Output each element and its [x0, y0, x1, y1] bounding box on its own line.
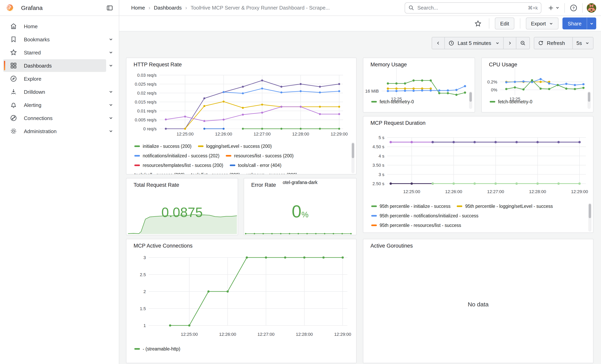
- legend-item[interactable]: tools/call - success (200): [134, 172, 185, 175]
- chevron-down-icon[interactable]: [106, 100, 116, 110]
- svg-text:0.2%: 0.2%: [487, 79, 497, 84]
- breadcrumb-current: ToolHive MCP Server & Proxy Runner Dashb…: [190, 5, 330, 11]
- user-avatar[interactable]: [587, 3, 596, 12]
- sidebar-item-administration[interactable]: Administration: [3, 125, 106, 138]
- legend-series-color: [134, 155, 140, 156]
- time-range-picker[interactable]: Last 5 minutes: [444, 37, 503, 49]
- help-button[interactable]: ?: [569, 3, 578, 12]
- sidebar-item-home[interactable]: Home: [3, 20, 106, 33]
- svg-text:16 MiB: 16 MiB: [365, 89, 379, 94]
- sidebar-item-starred[interactable]: Starred: [3, 46, 106, 59]
- no-data-message: No data: [363, 301, 593, 308]
- chevron-down-icon: [495, 41, 500, 45]
- legend-label: 95th percentile - resources/templates/li…: [371, 232, 474, 233]
- sidebar-item-alerting[interactable]: Alerting: [3, 98, 106, 111]
- legend-scrollbar: [588, 203, 591, 232]
- star-icon: [10, 49, 18, 56]
- legend-item[interactable]: 95th percentile - resources/templates/li…: [371, 232, 474, 233]
- plus-icon: [548, 5, 554, 11]
- edit-button[interactable]: Edit: [495, 18, 514, 30]
- sidebar-item-connections[interactable]: Connections: [3, 112, 106, 124]
- sidebar-toggle-icon[interactable]: [105, 3, 115, 13]
- panel-title[interactable]: MCP Request Duration: [371, 120, 426, 126]
- scrollbar-thumb[interactable]: [589, 204, 591, 218]
- legend-item[interactable]: resources/templates/list - success (200): [134, 163, 223, 167]
- bookmark-icon: [10, 35, 18, 43]
- star-outline-icon: [474, 20, 482, 27]
- brand-name: Grafana: [21, 4, 42, 11]
- time-shift-forward-button[interactable]: [503, 37, 516, 49]
- refresh-interval-picker[interactable]: 5s: [572, 37, 593, 49]
- chevron-down-icon[interactable]: [106, 126, 116, 136]
- chevron-down-icon[interactable]: [106, 61, 116, 70]
- panel-title[interactable]: CPU Usage: [489, 62, 517, 68]
- legend-item[interactable]: - (streamable-http): [134, 346, 180, 351]
- share-button[interactable]: Share: [563, 18, 587, 30]
- legend-item[interactable]: 95th percentile - logging/setLevel - suc…: [457, 204, 553, 208]
- legend-item[interactable]: logging/setLevel - success (200): [198, 144, 272, 148]
- scrollbar-thumb[interactable]: [588, 92, 590, 102]
- scrollbar-thumb[interactable]: [470, 92, 472, 102]
- export-button[interactable]: Export: [526, 18, 559, 30]
- panel-title[interactable]: Active Goroutines: [371, 243, 413, 249]
- chevron-down-icon: [590, 21, 594, 26]
- svg-text:12:27:00: 12:27:00: [258, 332, 275, 337]
- time-shift-back-button[interactable]: [432, 37, 445, 49]
- legend-item[interactable]: tools/list - success (200): [191, 172, 240, 175]
- sidebar-item-label: Explore: [24, 76, 41, 82]
- svg-text:12:29:00: 12:29:00: [334, 332, 351, 337]
- legend-item[interactable]: 95th percentile - initialize - success: [371, 204, 451, 208]
- chevron-down-icon[interactable]: [106, 87, 116, 97]
- chevron-down-icon[interactable]: [106, 113, 116, 123]
- zoom-out-button[interactable]: [516, 37, 530, 49]
- legend-label: tools/call - error (404): [238, 163, 281, 167]
- home-icon: [10, 22, 18, 30]
- breadcrumb-home[interactable]: Home: [131, 5, 145, 11]
- panel-title[interactable]: Total Request Rate: [134, 182, 179, 188]
- sidebar-item-label: Starred: [24, 49, 41, 55]
- svg-text:2.50 s: 2.50 s: [372, 181, 384, 186]
- sidebar-item-explore[interactable]: Explore: [3, 72, 106, 85]
- svg-text:?: ?: [572, 6, 575, 10]
- legend-item[interactable]: fetch-telemetry-0: [490, 99, 532, 104]
- gear-icon: [10, 127, 18, 135]
- sidebar-item-bookmarks[interactable]: Bookmarks: [3, 33, 106, 46]
- legend-item[interactable]: tools/call - error (404): [230, 163, 281, 167]
- help-icon: ?: [570, 4, 578, 12]
- share-menu-button[interactable]: [587, 18, 596, 30]
- svg-text:12:27:00: 12:27:00: [487, 189, 504, 194]
- time-controls: Last 5 minutes Refresh 5s: [432, 37, 593, 49]
- favorite-star-button[interactable]: [472, 18, 483, 29]
- legend-item[interactable]: 95th percentile - resources/list - succe…: [371, 223, 461, 227]
- panel-cpu-usage: CPU Usage 0.2%0%12:25 fetch-telemetry-0: [481, 58, 593, 112]
- chevron-down-icon[interactable]: [106, 35, 116, 44]
- svg-text:0 req/s: 0 req/s: [143, 126, 157, 131]
- divider: [582, 3, 583, 12]
- scrollbar-thumb[interactable]: [352, 143, 354, 158]
- legend-item[interactable]: resources/list - success (200): [226, 153, 293, 158]
- add-button[interactable]: [547, 3, 561, 13]
- panel-title[interactable]: MCP Active Connections: [134, 243, 193, 249]
- legend-item[interactable]: fetch-telemetry-0: [371, 99, 414, 104]
- grafana-logo[interactable]: [6, 3, 14, 12]
- svg-text:12:28:00: 12:28:00: [296, 332, 313, 337]
- panel-title[interactable]: HTTP Request Rate: [134, 62, 182, 68]
- svg-text:3.50 s: 3.50 s: [372, 163, 384, 168]
- svg-text:12:26:00: 12:26:00: [445, 189, 462, 194]
- sidebar-item-drilldown[interactable]: Drilldown: [3, 85, 106, 98]
- chevron-down-icon: [585, 41, 590, 45]
- chevron-down-icon[interactable]: [106, 48, 116, 57]
- legend-label: - (streamable-http): [143, 346, 180, 351]
- legend-item[interactable]: 95th percentile - notifications/initiali…: [371, 213, 478, 218]
- search-input-box[interactable]: ⌘+k: [405, 2, 541, 13]
- search-input[interactable]: [417, 4, 528, 11]
- legend-item[interactable]: notifications/initialized - success (202…: [134, 153, 220, 158]
- refresh-button[interactable]: Refresh: [534, 37, 573, 49]
- sidebar-item-dashboards[interactable]: Dashboards: [3, 59, 106, 72]
- breadcrumb-dashboards[interactable]: Dashboards: [154, 5, 182, 11]
- search-icon: [408, 5, 414, 11]
- legend-item[interactable]: initialize - success (200): [134, 144, 191, 148]
- clock-icon: [448, 40, 454, 46]
- legend-item[interactable]: unknown - success (200): [246, 172, 297, 175]
- panel-title[interactable]: Memory Usage: [371, 62, 407, 68]
